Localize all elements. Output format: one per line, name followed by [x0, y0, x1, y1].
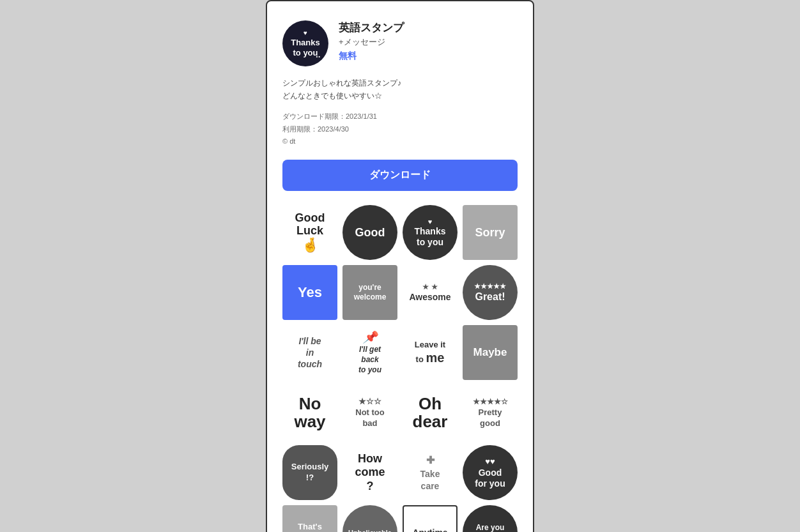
- sticker-are-you-kidding-label: Are youkidding?: [474, 523, 506, 532]
- app-title: 英語スタンプ: [339, 20, 404, 35]
- stars-2-icon: ★☆☆: [358, 397, 381, 407]
- sticker-ill-get-back[interactable]: 📌 I'll getbackto you: [342, 325, 397, 380]
- sticker-unbelievable[interactable]: Unbelievable: [342, 505, 397, 532]
- sticker-pretty-good-label: Prettygood: [479, 407, 502, 429]
- sticker-no-way[interactable]: Noway: [282, 385, 337, 440]
- phone-frame: ♥ Thanks to you •• 英語スタンプ +メッセージ 無料 シンプル…: [266, 0, 534, 532]
- sticker-awesome[interactable]: ★ ★ Awesome: [403, 265, 458, 320]
- sticker-yes[interactable]: Yes: [282, 265, 337, 320]
- sticker-anytime[interactable]: Anytime: [403, 505, 458, 532]
- sticker-good-for-you[interactable]: ♥♥ Goodfor you: [463, 445, 518, 500]
- sticker-youre-welcome-label: you'rewelcome: [354, 283, 387, 303]
- sticker-no-way-label: Noway: [294, 395, 325, 431]
- sticker-thats-a-shame[interactable]: That'sa shame: [282, 505, 337, 532]
- sticker-good[interactable]: Good: [342, 205, 397, 260]
- sticker-leave-it-to-me[interactable]: Leave itto me: [403, 325, 458, 380]
- sticker-seriously[interactable]: Seriously!?: [282, 445, 337, 500]
- sticker-good-label: Good: [355, 226, 385, 239]
- stars-4-icon: ★★★★☆: [473, 397, 508, 407]
- sticker-youre-welcome[interactable]: you'rewelcome: [342, 265, 397, 320]
- app-description: シンプルおしゃれな英語スタンプ♪ どんなときでも使いやすい☆: [282, 77, 518, 103]
- app-header: ♥ Thanks to you •• 英語スタンプ +メッセージ 無料: [282, 20, 518, 66]
- stickers-grid: GoodLuck 🤞 Good ♥ Thanks to you Sorry Ye…: [282, 205, 518, 532]
- plus-icon: ✚: [426, 454, 435, 467]
- sticker-seriously-label: Seriously!?: [291, 462, 329, 483]
- app-subtitle: +メッセージ: [339, 36, 404, 48]
- stars-icon: ★ ★: [422, 282, 437, 291]
- sticker-take-care-label: Takecare: [420, 468, 440, 491]
- sticker-leave-it-label: Leave itto me: [415, 340, 445, 365]
- app-meta: ダウンロード期限：2023/1/31 利用期限：2023/4/30 © dt: [282, 110, 518, 148]
- app-price: 無料: [339, 50, 404, 62]
- sticker-thats-shame-label: That'sa shame: [293, 522, 327, 532]
- app-info: 英語スタンプ +メッセージ 無料: [339, 20, 404, 62]
- hand-icon: 🤞: [302, 238, 319, 253]
- sticker-ill-get-label: I'll getbackto you: [358, 345, 381, 375]
- app-icon: ♥ Thanks to you ••: [282, 20, 328, 66]
- sticker-thanks-to-you[interactable]: ♥ Thanks to you: [403, 205, 458, 260]
- sticker-good-luck[interactable]: GoodLuck 🤞: [282, 205, 337, 260]
- sticker-ill-be-label: I'll beintouch: [298, 335, 322, 370]
- sticker-unbelievable-label: Unbelievable: [348, 529, 392, 532]
- sticker-take-care[interactable]: ✚ Takecare: [403, 445, 458, 500]
- sticker-not-too-bad-label: Not toobad: [355, 407, 384, 429]
- sticker-maybe-label: Maybe: [473, 346, 507, 359]
- download-button[interactable]: ダウンロード: [282, 160, 518, 191]
- sticker-great[interactable]: ★★★★★ Great!: [463, 265, 518, 320]
- sticker-are-you-kidding[interactable]: Are youkidding?: [463, 505, 518, 532]
- sticker-how-come[interactable]: Howcome?: [342, 445, 397, 500]
- pin-icon: 📌: [363, 330, 377, 345]
- sticker-not-too-bad[interactable]: ★☆☆ Not toobad: [342, 385, 397, 440]
- sticker-awesome-label: Awesome: [409, 291, 450, 303]
- sticker-sorry-label: Sorry: [475, 226, 505, 239]
- stars-white-icon: ★★★★★: [474, 282, 506, 291]
- sticker-sorry[interactable]: Sorry: [463, 205, 518, 260]
- sticker-oh-dear[interactable]: Ohdear: [403, 385, 458, 440]
- heart-icon: ♥: [304, 29, 307, 37]
- sticker-pretty-good[interactable]: ★★★★☆ Prettygood: [463, 385, 518, 440]
- sticker-maybe[interactable]: Maybe: [463, 325, 518, 380]
- sticker-ill-be-in-touch[interactable]: I'll beintouch: [282, 325, 337, 380]
- dots-icon: ••: [316, 54, 321, 60]
- sticker-anytime-label: Anytime: [412, 528, 447, 532]
- sticker-yes-label: Yes: [298, 284, 322, 301]
- sticker-great-label: Great!: [475, 291, 505, 303]
- sticker-how-come-label: Howcome?: [355, 452, 385, 494]
- sticker-good-for-you-label: Goodfor you: [475, 467, 505, 489]
- sticker-oh-dear-label: Ohdear: [413, 395, 448, 431]
